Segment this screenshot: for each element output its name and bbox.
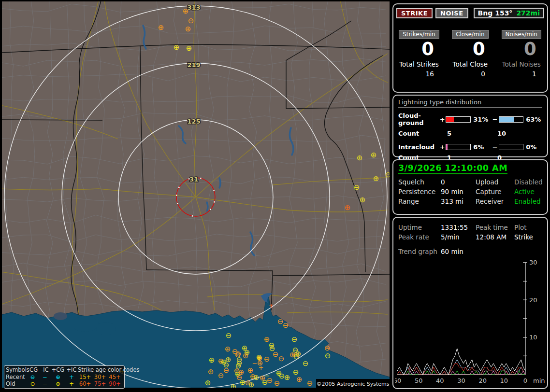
svg-text:⊕: ⊕ [243, 351, 249, 360]
svg-text:⊖: ⊖ [307, 379, 313, 388]
intracloud-row: Intracloud + 6% − 0% [398, 143, 544, 151]
ic-negative-pct: 0% [526, 143, 544, 151]
svg-text:60: 60 [395, 377, 401, 384]
ic-positive-bar [446, 144, 471, 150]
svg-text:⊕: ⊕ [256, 353, 262, 362]
svg-text:⊖: ⊖ [325, 351, 331, 360]
svg-text:⊖: ⊖ [283, 321, 289, 330]
svg-text:10: 10 [500, 377, 508, 384]
svg-text:⊖: ⊖ [218, 371, 224, 380]
cg-positive-bar [446, 116, 471, 123]
age-30-label: 30+ [92, 374, 108, 381]
pos-ic-recent-icon: + [65, 374, 78, 381]
svg-text:⊖: ⊖ [278, 354, 285, 363]
map-canvas[interactable]: 31321912531⊕⊖⊕⊕⊕⊕⊕⊕⊕⊖⊕⊕⊖+⊖⊖⊖⊕⊖⊖⊖⊕⊕⊖⊖⊕⊖⊖⊖… [2, 1, 390, 389]
copyright-notice: ©2005 Astrogenic Systems [316, 379, 390, 389]
svg-text:⊕: ⊕ [360, 196, 366, 204]
legend-col-pos-cg: +CG [51, 366, 65, 374]
neg-cg-recent-icon: ⊖ [26, 374, 39, 381]
svg-text:⊖: ⊖ [354, 183, 360, 192]
ic-negative-bar [499, 144, 524, 150]
svg-text:min: min [533, 377, 545, 384]
svg-text:⊕: ⊕ [345, 203, 351, 212]
pos-ic-old-icon: + [65, 380, 78, 388]
minus-sign: − [492, 143, 499, 151]
bearing-value: Bng 153° [478, 9, 513, 17]
svg-text:0: 0 [523, 377, 527, 384]
age-90-label: 90+ [108, 380, 122, 388]
total-close-value: 0 [445, 70, 496, 78]
peak-rate-value: 5/min [441, 232, 476, 242]
svg-text:30: 30 [529, 259, 537, 266]
cg-negative-pct: 63% [526, 116, 544, 123]
legend-symbols-header: Symbols [6, 366, 26, 374]
peak-time-value: 12:08 AM [476, 232, 514, 242]
svg-text:⊕: ⊕ [185, 25, 191, 33]
noise-mode-button[interactable]: NOISE [435, 8, 468, 18]
map-view[interactable]: 31321912531⊕⊖⊕⊕⊕⊕⊕⊕⊕⊖⊕⊕⊖+⊖⊖⊖⊕⊖⊖⊖⊕⊕⊖⊖⊕⊖⊖⊖… [2, 1, 390, 389]
receiver-status: Enabled [514, 196, 542, 206]
svg-text:+: + [269, 302, 274, 309]
plus-sign: + [439, 143, 446, 151]
svg-text:⊖: ⊖ [291, 335, 298, 344]
cg-negative-bar [499, 116, 524, 123]
trend-graph-window: 60 min [441, 247, 476, 256]
svg-text:⊕: ⊕ [208, 367, 214, 376]
close-column: Close/min 0 Total Close 0 [445, 30, 496, 78]
strike-mode-button[interactable]: STRIKE [396, 8, 433, 18]
cg-negative-count: 10 [497, 130, 506, 137]
svg-text:+: + [259, 364, 264, 371]
close-per-min-value: 0 [445, 39, 496, 60]
pos-cg-recent-icon: ⊕ [51, 374, 65, 381]
range-label: Range [398, 196, 441, 206]
neg-ic-old-icon: − [39, 380, 51, 388]
persistence-label: Persistence [398, 187, 441, 196]
strikes-per-min-value: 0 [393, 39, 445, 60]
svg-text:⊕: ⊕ [238, 368, 245, 377]
uptime-label: Uptime [398, 223, 441, 232]
total-strikes-label: Total Strikes [393, 60, 445, 68]
cloud-ground-label: Cloud-ground [398, 112, 439, 126]
total-noises-value: 1 [496, 70, 547, 78]
peak-time-label: Peak time [476, 223, 514, 232]
app-window: 31321912531⊕⊖⊕⊕⊕⊕⊕⊕⊕⊖⊕⊕⊖+⊖⊖⊖⊕⊖⊖⊖⊕⊕⊖⊖⊕⊖⊖⊖… [0, 0, 550, 392]
squelch-label: Squelch [398, 177, 441, 187]
svg-text:⊖: ⊖ [223, 366, 230, 375]
strike-counters-panel: STRIKE NOISE Bng 153°272mi Strikes/min 0… [392, 3, 548, 93]
neg-ic-recent-icon: − [39, 374, 51, 381]
noises-column: Noises/min 0 Total Noises 1 [496, 30, 547, 78]
svg-text:⊕: ⊕ [357, 154, 363, 162]
svg-text:125: 125 [187, 118, 200, 125]
legend-col-neg-ic: -IC [39, 366, 51, 374]
strikes-per-min-header: Strikes/min [399, 30, 439, 39]
strikes-column: Strikes/min 0 Total Strikes 16 [393, 30, 445, 78]
map-symbol-legend: Symbols -CG -IC +CG +IC Strike age color… [4, 365, 125, 389]
svg-text:⊕: ⊕ [174, 43, 180, 52]
upload-status: Disabled [514, 177, 543, 187]
legend-age-header: Strike age color codes [78, 366, 122, 374]
squelch-value: 0 [441, 177, 476, 187]
svg-text:10: 10 [529, 334, 537, 341]
svg-text:30: 30 [457, 377, 465, 384]
svg-text:⊕: ⊕ [183, 7, 189, 15]
svg-text:50: 50 [415, 377, 423, 384]
trend-graph-label: Trend graph [398, 247, 441, 256]
status-panel: 3/9/2026 12:10:00 AM Squelch 0 Upload Di… [392, 159, 548, 215]
legend-col-pos-ic: +IC [65, 366, 78, 374]
svg-text:20: 20 [529, 296, 537, 304]
upload-label: Upload [476, 177, 514, 187]
current-datetime: 3/9/2026 12:10:00 AM [398, 163, 542, 173]
age-75-label: 75+ [92, 380, 108, 388]
ic-positive-pct: 6% [473, 143, 492, 151]
svg-text:⊖: ⊖ [293, 352, 300, 361]
cg-positive-count: 5 [447, 130, 497, 137]
total-noises-label: Total Noises [496, 60, 547, 68]
noises-per-min-value: 0 [496, 39, 547, 60]
svg-text:⊖: ⊖ [226, 331, 232, 340]
persistence-value: 90 min [441, 187, 476, 196]
svg-text:219: 219 [187, 61, 200, 69]
svg-text:⊕: ⊕ [296, 375, 303, 384]
legend-recent-label: Recent [6, 374, 26, 381]
svg-text:⊖: ⊖ [188, 16, 194, 25]
neg-cg-old-icon: ⊖ [26, 380, 39, 388]
